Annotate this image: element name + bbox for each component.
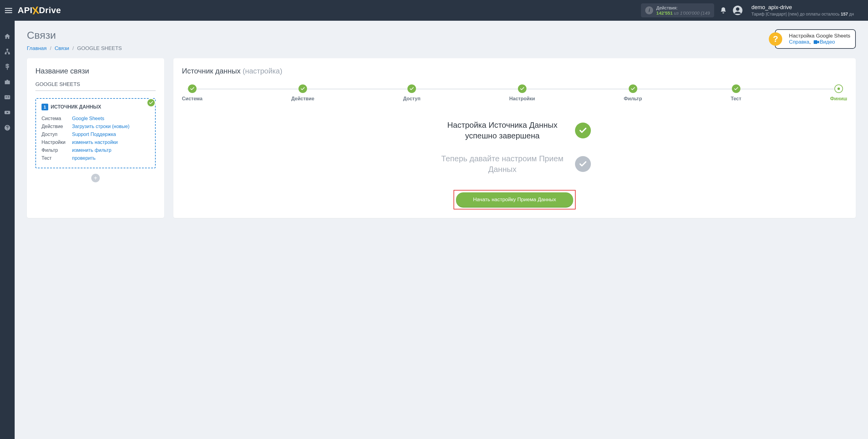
home-icon[interactable] <box>4 33 11 40</box>
right-card-title: Источник данных (настройка) <box>182 67 847 75</box>
chevron-down-icon[interactable] <box>854 7 863 13</box>
header: APIXDrive i Действия: 142'551 из 1'000'0… <box>0 0 868 21</box>
briefcase-icon[interactable] <box>4 79 11 86</box>
video-icon <box>814 40 819 44</box>
right-title-main: Источник данных <box>182 67 241 75</box>
info-icon: i <box>645 6 653 14</box>
step-label: Система <box>182 96 203 102</box>
id-card-icon[interactable] <box>4 94 11 101</box>
user-icon <box>733 5 743 15</box>
tariff-suffix: дн <box>848 11 854 16</box>
step-label: Финиш <box>830 96 847 102</box>
question-icon[interactable] <box>4 124 11 131</box>
step-system[interactable]: Система <box>182 85 203 102</box>
step-label: Фильтр <box>624 96 642 102</box>
step-settings[interactable]: Настройки <box>509 85 535 102</box>
breadcrumb: Главная / Связи / GOOGLE SHEETS <box>27 45 122 52</box>
source-v[interactable]: проверить <box>72 156 96 161</box>
source-row: Тестпроверить <box>41 154 150 162</box>
breadcrumb-current: GOOGLE SHEETS <box>77 45 122 51</box>
cta-highlight: Начать настройку Приема Данных <box>454 190 576 209</box>
start-destination-setup-button[interactable]: Начать настройку Приема Данных <box>456 192 573 207</box>
actions-total: 1'000'000 <box>680 10 700 15</box>
actions-badge[interactable]: i Действия: 142'551 из 1'000'000 (149 <box>641 3 714 18</box>
source-complete-icon <box>147 98 156 107</box>
step-label: Тест <box>731 96 741 102</box>
step-action[interactable]: Действие <box>291 85 314 102</box>
step-access[interactable]: Доступ <box>403 85 421 102</box>
logo-drive: Drive <box>39 5 61 15</box>
source-v[interactable]: изменить настройки <box>72 140 118 145</box>
svg-point-6 <box>6 96 7 98</box>
step-filter[interactable]: Фильтр <box>624 85 642 102</box>
connection-name-card: Название связи 1 ИСТОЧНИК ДАННЫХ Система… <box>27 58 164 218</box>
right-title-sub: (настройка) <box>243 67 282 75</box>
dollar-icon[interactable] <box>4 63 11 70</box>
actions-text: Действия: 142'551 из 1'000'000 (149 <box>656 5 710 15</box>
source-k: Фильтр <box>41 147 72 153</box>
source-num: 1 <box>41 104 48 110</box>
source-box: 1 ИСТОЧНИК ДАННЫХ СистемаGoogle Sheets Д… <box>35 98 156 168</box>
help-question-icon[interactable]: ? <box>769 32 782 46</box>
source-row: ДоступSupport Поддержка <box>41 131 150 138</box>
svg-point-1 <box>736 7 739 11</box>
sitemap-icon[interactable] <box>4 48 11 55</box>
step-label: Действие <box>291 96 314 102</box>
source-header: 1 ИСТОЧНИК ДАННЫХ <box>41 104 150 110</box>
source-v[interactable]: Google Sheets <box>72 116 104 121</box>
source-row: СистемаGoogle Sheets <box>41 114 150 123</box>
step-label: Настройки <box>509 96 535 102</box>
actions-value: 142'551 <box>656 10 673 15</box>
source-k: Тест <box>41 156 72 161</box>
logo-api: API <box>18 5 32 15</box>
connection-name-input[interactable] <box>35 79 156 91</box>
username: demo_apix-drive <box>751 4 854 11</box>
user-text: demo_apix-drive Тариф |Стандарт| (new) д… <box>751 4 854 17</box>
help-ref-link[interactable]: Справка <box>789 39 809 45</box>
source-row: Настройкиизменить настройки <box>41 138 150 146</box>
check-icon <box>575 123 591 138</box>
svg-rect-2 <box>7 49 8 50</box>
step-test[interactable]: Тест <box>731 85 741 102</box>
source-setup-card: Источник данных (настройка) Система Дейс… <box>173 58 856 218</box>
stepper: Система Действие Доступ Настройки Фильтр… <box>182 85 847 102</box>
svg-rect-3 <box>5 53 6 54</box>
bell-icon[interactable] <box>720 7 727 14</box>
menu-toggle-icon[interactable] <box>5 7 12 14</box>
source-v[interactable]: изменить фильтр <box>72 147 112 153</box>
conn-title: Название связи <box>35 67 156 75</box>
add-destination-button[interactable]: + <box>91 174 100 182</box>
source-v[interactable]: Support Поддержка <box>72 132 116 137</box>
success-row: Настройка Источника Данных успешно завер… <box>182 120 847 141</box>
source-row: ДействиеЗагрузить строки (новые) <box>41 123 150 131</box>
svg-rect-5 <box>5 95 10 99</box>
actions-label: Действия: <box>656 5 710 10</box>
breadcrumb-links[interactable]: Связи <box>55 45 69 51</box>
youtube-icon[interactable] <box>4 109 11 116</box>
pending-text: Теперь давайте настроим Прием Данных <box>438 153 566 175</box>
source-k: Система <box>41 116 72 121</box>
main: Связи Главная / Связи / GOOGLE SHEETS ? … <box>14 21 868 439</box>
sidebar <box>0 21 14 439</box>
actions-of: из <box>674 10 679 15</box>
help-title: Настройка Google Sheets <box>789 33 850 39</box>
source-k: Действие <box>41 124 72 129</box>
source-row: Фильтризменить фильтр <box>41 146 150 154</box>
svg-rect-9 <box>814 40 817 44</box>
help-box: ? Настройка Google Sheets Справка, Видео <box>775 29 856 49</box>
tariff-days: 157 <box>841 11 848 16</box>
user-block[interactable]: demo_apix-drive Тариф |Стандарт| (new) д… <box>733 4 854 17</box>
logo[interactable]: APIXDrive <box>18 5 61 16</box>
step-finish[interactable]: Финиш <box>830 85 847 102</box>
source-k: Доступ <box>41 132 72 137</box>
actions-trail: (149 <box>701 10 710 15</box>
pending-row: Теперь давайте настроим Прием Данных <box>182 153 847 175</box>
help-video-link[interactable]: Видео <box>820 39 835 45</box>
breadcrumb-home[interactable]: Главная <box>27 45 47 51</box>
source-v[interactable]: Загрузить строки (новые) <box>72 124 129 129</box>
step-label: Доступ <box>403 96 421 102</box>
source-header-text: ИСТОЧНИК ДАННЫХ <box>51 104 101 110</box>
svg-rect-4 <box>8 53 10 54</box>
page-title: Связи <box>27 29 122 41</box>
tariff-prefix: Тариф |Стандарт| (new) до оплаты осталос… <box>751 11 841 16</box>
